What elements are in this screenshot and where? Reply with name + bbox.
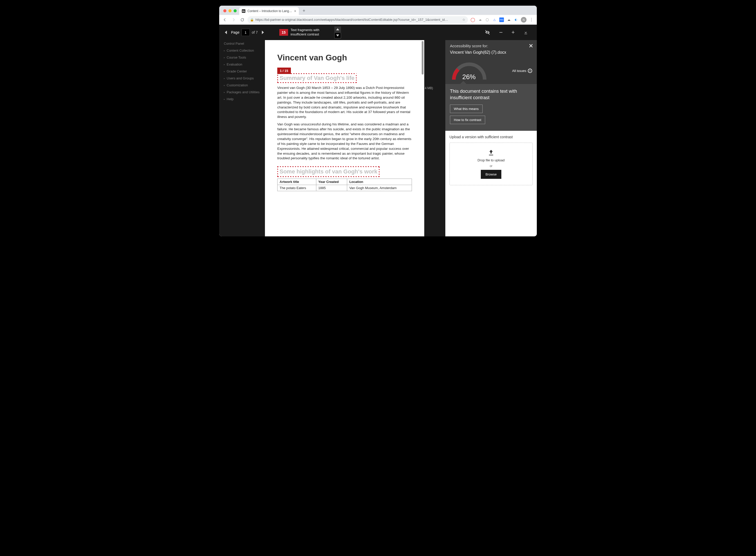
ext-icon-7[interactable]: ◐ <box>514 18 518 22</box>
table-header: Artwork title <box>278 179 316 185</box>
table-header: Location <box>347 179 412 185</box>
browser-tab-bar: Content – Introduction to Lang… × + <box>219 6 537 15</box>
download-button[interactable] <box>523 30 528 35</box>
issue-description: Text fragments with insufficient contras… <box>290 28 332 37</box>
scrollbar-thumb[interactable] <box>422 41 423 74</box>
info-icon: i <box>528 69 532 73</box>
kebab-menu-icon[interactable]: ⋮ <box>529 18 534 22</box>
doc-title: Vincent van Gogh <box>277 53 412 63</box>
page-total: of 7 <box>252 30 258 34</box>
url-bar[interactable]: 🔒 https://bd-partner-a-original.blackboa… <box>247 16 468 23</box>
dropzone-or: or <box>490 164 492 168</box>
browser-tab[interactable]: Content – Introduction to Lang… × <box>239 7 299 15</box>
table-header: Year Created <box>316 179 347 185</box>
doc-paragraph: Vincent van Gogh (30 March 1853 – 29 Jul… <box>277 85 412 119</box>
close-tab-icon[interactable]: × <box>294 9 296 13</box>
ext-icon-3[interactable]: ◯ <box>485 18 489 22</box>
address-bar-row: 🔒 https://bd-partner-a-original.blackboa… <box>219 15 537 25</box>
sidebar-item[interactable]: ▸Content Collection <box>224 47 271 54</box>
sidebar-item[interactable]: ▸Customization <box>224 82 271 89</box>
maximize-window-button[interactable] <box>234 9 237 12</box>
artwork-table: Artwork title Year Created Location The … <box>277 179 412 191</box>
viewer-toolbar: Page of 7 15 Text fragments with insuffi… <box>219 25 537 40</box>
sidebar-item[interactable]: ▸Course Tools <box>224 54 271 61</box>
zoom-out-button[interactable]: − <box>499 29 503 36</box>
ext-icon-4[interactable]: △ <box>492 18 497 22</box>
ext-icon-6[interactable]: ⛰ <box>507 18 511 22</box>
url-text: https://bd-partner-a-original.blackboard… <box>255 18 448 22</box>
file-size-hint: 4 MB) <box>425 86 433 90</box>
document-preview: Vincent van Gogh 1 / 15 Summary of Van G… <box>265 40 424 236</box>
browse-button[interactable]: Browse <box>481 170 501 179</box>
sidebar-item[interactable]: ▸Evaluation <box>224 61 271 68</box>
lock-icon: 🔒 <box>250 18 254 22</box>
score-value: 26% <box>462 73 476 81</box>
tab-title: Content – Introduction to Lang… <box>247 9 292 13</box>
sidebar-item[interactable]: ▸Help <box>224 96 271 103</box>
ext-icon-1[interactable]: ◯ <box>471 18 475 22</box>
doc-paragraph: Van Gogh was unsuccessful during his lif… <box>277 122 412 161</box>
extensions: ◯ ☁ ◯ △ New ⛰ ◐ N ⋮ <box>470 17 535 23</box>
course-sidebar: Control Panel ▸Content Collection ▸Cours… <box>219 40 271 103</box>
file-dropzone[interactable]: Drop file to upload or Browse <box>449 143 533 185</box>
next-issue-button[interactable] <box>334 33 341 38</box>
score-filename: Vincent Van Gogh(62) (7).docx <box>450 50 532 55</box>
close-panel-button[interactable]: ✕ <box>528 43 533 49</box>
all-issues-link[interactable]: All issues i <box>512 69 532 73</box>
contrast-issue-heading[interactable]: Some highlights of van Gogh's work <box>277 166 380 177</box>
sidebar-item[interactable]: Control Panel <box>224 40 271 47</box>
favicon-icon <box>242 9 245 13</box>
window-controls <box>222 9 239 15</box>
page-label: Page <box>231 30 240 34</box>
reload-button[interactable] <box>239 16 246 23</box>
sidebar-item[interactable]: ▸Users and Groups <box>224 75 271 82</box>
visibility-off-icon[interactable] <box>485 30 490 35</box>
profile-avatar[interactable]: N <box>521 17 526 23</box>
upload-icon <box>487 149 495 156</box>
how-to-fix-button[interactable]: How to fix contrast <box>450 116 485 124</box>
page-input[interactable] <box>242 29 250 36</box>
score-label: Accessibility score for: <box>450 44 532 48</box>
table-row: The potato Eaters 1885 Van Gogh Museum, … <box>278 185 412 191</box>
next-page-button[interactable] <box>260 29 266 35</box>
contrast-issue-heading[interactable]: Summary of Van Gogh's life <box>277 73 357 83</box>
issue-count-badge: 15 <box>279 29 288 36</box>
accessibility-panel: ✕ Accessibility score for: Vincent Van G… <box>445 40 537 236</box>
star-icon[interactable]: ☆ <box>462 18 466 22</box>
issue-position-badge: 1 / 15 <box>277 68 291 74</box>
ext-icon-2[interactable]: ☁ <box>478 18 482 22</box>
prev-page-button[interactable] <box>223 29 229 35</box>
upload-title: Upload a version with sufficient contras… <box>449 135 533 139</box>
zoom-in-button[interactable]: + <box>511 29 515 36</box>
what-this-means-button[interactable]: What this means <box>450 105 483 113</box>
prev-issue-button[interactable] <box>334 27 341 32</box>
back-button[interactable] <box>221 16 229 23</box>
ext-icon-5[interactable]: New <box>499 18 504 22</box>
minimize-window-button[interactable] <box>229 9 232 12</box>
close-window-button[interactable] <box>223 9 227 12</box>
sidebar-item[interactable]: ▸Grade Center <box>224 68 271 75</box>
new-tab-button[interactable]: + <box>300 7 308 14</box>
issue-title: This document contains text with insuffi… <box>450 88 532 101</box>
sidebar-item[interactable]: ▸Packages and Utilities <box>224 89 271 96</box>
dropzone-text: Drop file to upload <box>477 158 505 162</box>
forward-button[interactable] <box>230 16 237 23</box>
score-gauge: 26% <box>450 60 488 81</box>
